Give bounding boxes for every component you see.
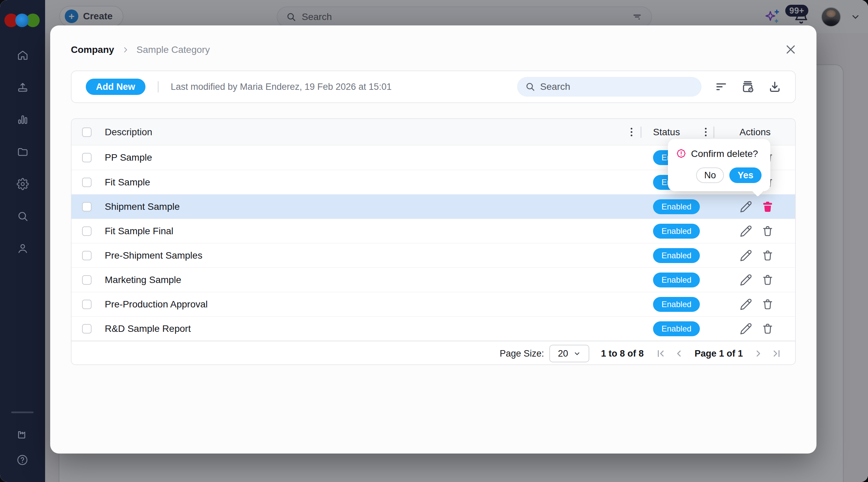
- row-checkbox[interactable]: [82, 153, 92, 162]
- filter-button[interactable]: [714, 80, 728, 94]
- close-button[interactable]: [783, 42, 797, 57]
- row-description: Fit Sample: [105, 177, 150, 188]
- row-checkbox[interactable]: [82, 275, 92, 285]
- next-page-button[interactable]: [753, 348, 763, 359]
- status-badge: Enabled: [653, 199, 700, 214]
- first-page-button[interactable]: [656, 348, 666, 359]
- sidebar-item-home[interactable]: [15, 47, 31, 63]
- pencil-icon: [739, 322, 752, 335]
- column-menu-icon[interactable]: [629, 126, 634, 138]
- edit-button[interactable]: [739, 322, 752, 335]
- sidebar-item-upload[interactable]: [15, 79, 31, 96]
- edit-button[interactable]: [739, 200, 752, 213]
- confirm-no-button[interactable]: No: [696, 167, 724, 183]
- column-header-status: Status: [653, 127, 680, 138]
- profile-icon: [17, 241, 29, 256]
- row-description: Pre-Shipment Samples: [105, 250, 202, 261]
- row-checkbox[interactable]: [82, 251, 92, 260]
- row-description: R&D Sample Report: [105, 323, 191, 334]
- pencil-icon: [739, 274, 752, 286]
- table-row[interactable]: Shipment Sample Enabled: [72, 194, 795, 219]
- sidebar: [0, 0, 45, 482]
- row-checkbox[interactable]: [82, 202, 92, 212]
- pencil-icon: [739, 200, 752, 213]
- trash-icon-active: [761, 200, 774, 213]
- table-row[interactable]: R&D Sample Report Enabled: [72, 316, 795, 341]
- prev-page-button[interactable]: [674, 348, 684, 359]
- breadcrumb-company[interactable]: Company: [71, 44, 114, 55]
- delete-button[interactable]: [761, 274, 774, 286]
- confirm-delete-popover: Confirm delete? No Yes: [668, 139, 770, 191]
- breadcrumb-current: Sample Category: [137, 44, 210, 55]
- download-icon: [768, 80, 782, 94]
- pencil-icon: [739, 298, 752, 311]
- table-row[interactable]: Fit Sample Final Enabled: [72, 219, 795, 243]
- confirm-yes-button[interactable]: Yes: [729, 167, 762, 183]
- sample-category-modal: Company Sample Category Add New Last mod…: [50, 25, 816, 454]
- delete-button[interactable]: [761, 298, 774, 311]
- status-badge: Enabled: [653, 273, 700, 287]
- app-logo[interactable]: [0, 0, 45, 41]
- last-modified-text: Last modified by Maria Enderez, 19 Feb 2…: [171, 82, 392, 92]
- warning-icon: [676, 149, 686, 159]
- analytics-icon: [17, 113, 29, 127]
- row-checkbox[interactable]: [82, 324, 92, 334]
- column-header-description: Description: [105, 127, 152, 138]
- table-footer: Page Size: 20 1 to 8 of 8 Page 1 of 1: [72, 341, 795, 365]
- row-checkbox[interactable]: [82, 300, 92, 309]
- sidebar-item-files[interactable]: [15, 144, 31, 160]
- home-icon: [17, 48, 29, 62]
- last-page-button[interactable]: [771, 348, 782, 359]
- trash-icon: [761, 249, 774, 262]
- factory-icon: [16, 427, 28, 441]
- row-checkbox[interactable]: [82, 178, 92, 187]
- sidebar-divider: [11, 411, 34, 413]
- table-row[interactable]: Pre-Production Approval Enabled: [72, 292, 795, 316]
- table-search[interactable]: [517, 77, 702, 97]
- delete-button-active[interactable]: [761, 200, 774, 213]
- row-checkbox[interactable]: [82, 226, 92, 236]
- folder-icon: [17, 145, 29, 159]
- edit-button[interactable]: [739, 274, 752, 286]
- sidebar-item-search[interactable]: [15, 208, 31, 224]
- upload-icon: [17, 80, 29, 95]
- row-range-text: 1 to 8 of 8: [601, 348, 644, 359]
- row-description: Pre-Production Approval: [105, 299, 208, 310]
- next-page-icon: [753, 348, 763, 359]
- sidebar-item-help[interactable]: [14, 452, 31, 468]
- page-indicator: Page 1 of 1: [694, 348, 743, 359]
- edit-button[interactable]: [739, 249, 752, 262]
- select-all-checkbox[interactable]: [82, 127, 92, 137]
- sidebar-item-profile[interactable]: [15, 240, 31, 257]
- row-description: PP Sample: [105, 152, 152, 163]
- status-badge: Enabled: [653, 224, 700, 239]
- trash-icon: [761, 322, 774, 335]
- status-badge: Enabled: [653, 297, 700, 312]
- edit-button[interactable]: [739, 298, 752, 311]
- table-row[interactable]: Marketing Sample Enabled: [72, 267, 795, 292]
- sidebar-nav: [0, 47, 45, 257]
- sidebar-item-analytics[interactable]: [15, 112, 31, 128]
- sidebar-item-factory[interactable]: [14, 426, 31, 442]
- settings-icon: [17, 177, 29, 191]
- table-row[interactable]: Pre-Shipment Samples Enabled: [72, 243, 795, 267]
- archive-icon: [741, 80, 755, 94]
- add-new-button[interactable]: Add New: [86, 79, 145, 95]
- delete-button[interactable]: [761, 249, 774, 262]
- status-badge: Enabled: [653, 321, 700, 336]
- delete-button[interactable]: [761, 322, 774, 335]
- archive-button[interactable]: [741, 80, 755, 94]
- delete-button[interactable]: [761, 225, 774, 238]
- logo-blue-circle: [15, 14, 29, 27]
- edit-button[interactable]: [739, 225, 752, 238]
- row-description: Marketing Sample: [105, 275, 181, 285]
- column-header-actions: Actions: [739, 127, 771, 138]
- app-window: + Create 99+: [0, 0, 868, 482]
- pencil-icon: [739, 249, 752, 262]
- page-size-select[interactable]: 20: [549, 345, 589, 362]
- column-menu-icon[interactable]: [704, 126, 708, 138]
- download-button[interactable]: [768, 80, 782, 94]
- status-badge: Enabled: [653, 248, 700, 263]
- sidebar-item-settings[interactable]: [15, 176, 31, 192]
- table-search-input[interactable]: [539, 81, 693, 93]
